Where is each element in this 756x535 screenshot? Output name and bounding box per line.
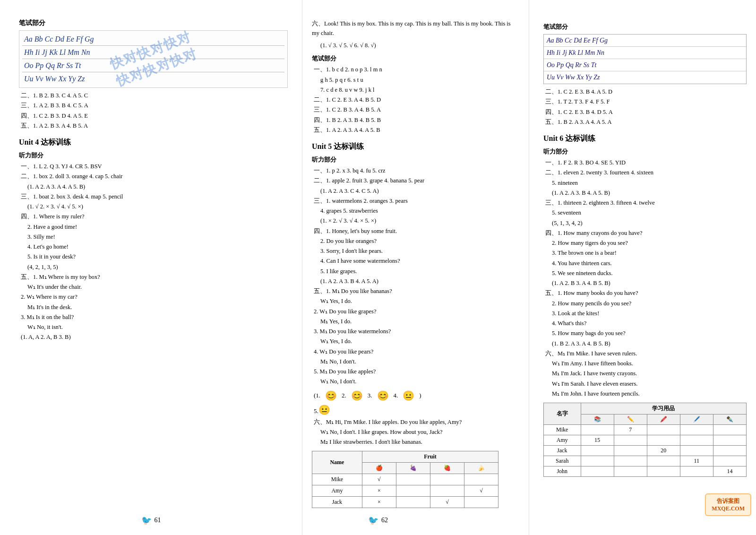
bishi2-si: 四、1. C 2. E 3. B 4. D 5. A bbox=[545, 107, 747, 117]
bishi-san: 三、1. C 2. B 3. A 4. B 5. A bbox=[314, 105, 519, 115]
page-number-left: 61 bbox=[155, 517, 161, 524]
fruit-row-mike: Mike √ bbox=[312, 474, 498, 485]
unit4-si4: 4. Let's go home! bbox=[27, 242, 288, 252]
unit5-yi: 一、1. p 2. x 3. bq 4. fu 5. crz bbox=[314, 166, 519, 176]
bishi-yi3: 7. c d e 8. u v w 9. j k l bbox=[320, 85, 519, 95]
page-number-mid: 62 bbox=[381, 517, 388, 524]
fruit-mike-name: Mike bbox=[312, 474, 362, 485]
answer-san-1: 三、1. A 2. B 3. B 4. C 5. A bbox=[21, 101, 288, 111]
fruit-jack-banana bbox=[464, 497, 498, 508]
fruit-row-amy: Amy × √ bbox=[312, 485, 498, 497]
study-sarah-pencil bbox=[614, 456, 647, 466]
bishi-yi2: g h 5. p q r 6. s t u bbox=[320, 75, 519, 85]
unit4-san: 三、1. boat 2. box 3. desk 4. map 5. penci… bbox=[21, 192, 288, 202]
page-container: 笔试部分 快对快对快对快对快对快对 Aa Bb Cc Dd Ee Ff Gg H… bbox=[0, 0, 756, 535]
fruit-mike-straw bbox=[430, 474, 464, 485]
hw2-line2: Hh Ii Jj Kk Ll Mm Nn bbox=[544, 47, 746, 59]
smiley-1: 😊 bbox=[325, 390, 337, 401]
unit6-title: Unit 6 达标训练 bbox=[543, 134, 747, 144]
unit4-wu1: 五、1. M₁ Where is my toy box? bbox=[21, 272, 288, 282]
unit4-title: Unit 4 达标训练 bbox=[19, 138, 288, 147]
study-col-eraser: 🖊️ bbox=[680, 414, 713, 425]
answer-er-1: 二、1. B 2. B 3. C 4. A 5. C bbox=[21, 91, 288, 101]
smiley-bracket: (1. bbox=[314, 392, 320, 399]
smiley-2: 😊 bbox=[351, 390, 363, 401]
unit6-liu2w: W₁ I'm Sarah. I have eleven erasers. bbox=[552, 379, 747, 389]
smiley5: 5.😐 bbox=[314, 404, 519, 415]
study-header-name: 名字 bbox=[544, 403, 581, 425]
unit6-si5: 5. We see nineteen ducks. bbox=[552, 268, 747, 278]
study-row-mike: Mike 7 bbox=[544, 425, 747, 435]
unit6-wu1: 五、1. How many books do you have? bbox=[545, 288, 747, 298]
unit5-er: 二、1. apple 2. fruit 3. grape 4. banana 5… bbox=[314, 176, 519, 186]
study-row-amy: Amy 15 bbox=[544, 435, 747, 446]
bishi2-title: 笔试部分 bbox=[543, 23, 747, 31]
bishi-yi: 一、1. b c d 2. n o p 3. l m n bbox=[314, 65, 519, 75]
middle-page: 六、Look! This is my box. This is my cap. … bbox=[302, 0, 529, 535]
fruit-col-banana: 🍌 bbox=[464, 463, 498, 474]
smiley-4: 😐 bbox=[403, 390, 414, 401]
unit6-san-bracket: (5, 1, 3, 4, 2) bbox=[552, 218, 747, 228]
fruit-amy-grape bbox=[396, 485, 430, 497]
study-col-pen: ✒️ bbox=[713, 414, 746, 425]
unit6-liu2m: M₁ I'm Jack. I have twenty crayons. bbox=[552, 369, 747, 379]
hw-area-2: Aa Bb Cc Dd Ee Ff Gg Hh Ii Jj Kk Ll Mm N… bbox=[543, 34, 747, 84]
section6-title: 六、Look! This is my box. This is my cap. … bbox=[312, 19, 519, 38]
unit4-si5: 5. Is it in your desk? bbox=[27, 252, 288, 262]
unit6-wu2: 2. How many pencils do you see? bbox=[552, 299, 747, 309]
unit5-tingli: 听力部分 bbox=[312, 155, 519, 164]
unit5-wu1w: W₁ Yes, I do. bbox=[320, 296, 519, 306]
bird-icon-left: 🐦 bbox=[141, 515, 152, 526]
unit5-wu2m: M₁ Yes, I do. bbox=[320, 317, 519, 327]
study-john-name: John bbox=[544, 466, 581, 477]
cont-w1yes: W₁ Yes, I do. bbox=[320, 337, 519, 346]
bishi-wu: 五、1. A 2. A 3. A 4. A 5. B bbox=[314, 125, 519, 135]
study-mike-pen bbox=[713, 425, 746, 435]
fruit-col-grape: 🍇 bbox=[396, 463, 430, 474]
study-jack-pencil bbox=[614, 446, 647, 456]
unit6-liu3m: M₁ I'm John. I have fourteen pencils. bbox=[552, 389, 747, 399]
fruit-amy-name: Amy bbox=[312, 485, 362, 497]
unit4-wu3: 3. M₁ Is it on the ball? bbox=[21, 312, 288, 322]
unit5-wu3: 3. M₁ Do you like watermelons? bbox=[314, 327, 519, 337]
smiley-sep3: 4. bbox=[394, 392, 398, 399]
unit6-er-bracket: (1. A 2. A 3. B 4. A 5. B) bbox=[552, 188, 747, 198]
study-sarah-pen bbox=[713, 456, 746, 466]
unit6-si2: 2. How many tigers do you see? bbox=[552, 238, 747, 248]
study-mike-name: Mike bbox=[544, 425, 581, 435]
bishi2-san: 三、1. T 2. T 3. F 4. F 5. F bbox=[545, 97, 747, 107]
fruit-row-jack: Jack × √ bbox=[312, 497, 498, 508]
fruit-jack-name: Jack bbox=[312, 497, 362, 508]
fruit-amy-apple: × bbox=[362, 485, 396, 497]
unit5-wu1: 五、1. M₁ Do you like bananas? bbox=[314, 286, 519, 296]
smiley-3: 😊 bbox=[377, 390, 389, 401]
unit5-si4: 4. Can I have some watermelons? bbox=[320, 256, 519, 266]
cont-q5: 5. M₁ Do you like apples? bbox=[314, 367, 519, 377]
unit5-liu: 六、M₁ Hi, I'm Mike. I like apples. Do you… bbox=[314, 417, 519, 427]
smiley-sep1: 2. bbox=[342, 392, 346, 399]
unit6-san: 三、1. thirteen 2. eighteen 3. fifteen 4. … bbox=[545, 198, 747, 208]
fruit-jack-grape bbox=[396, 497, 430, 508]
unit4-wu2m: M₁ It's in the desk. bbox=[27, 302, 288, 312]
unit4-wu-bracket: (1. A, A 2. A, B 3. B) bbox=[21, 332, 288, 342]
unit5-si2: 2. Do you like oranges? bbox=[320, 236, 519, 246]
cont-a4: M₁ No, I don't. bbox=[320, 357, 519, 367]
cont-q4: 4. W₁ Do you like pears? bbox=[314, 347, 519, 357]
study-amy-pencil bbox=[614, 435, 647, 446]
study-jack-crayon: 20 bbox=[647, 446, 680, 456]
unit6-wu5: 5. How many bags do you see? bbox=[552, 328, 747, 338]
fruit-jack-straw: √ bbox=[430, 497, 464, 508]
fruit-table: Name Fruit 🍎 🍇 🍓 🍌 Mike √ bbox=[312, 451, 498, 508]
study-header-items: 学习用品 bbox=[581, 403, 746, 414]
far-right-page: 笔试部分 Aa Bb Cc Dd Ee Ff Gg Hh Ii Jj Kk Ll… bbox=[529, 0, 756, 535]
study-col-pencil: ✏️ bbox=[614, 414, 647, 425]
study-sarah-book bbox=[581, 456, 614, 466]
unit6-yi: 一、1. F 2. R 3. BO 4. SE 5. YID bbox=[545, 158, 747, 168]
unit4-wu1w: W₁ It's under the chair. bbox=[27, 282, 288, 292]
study-sarah-crayon bbox=[647, 456, 680, 466]
unit6-er2: 5. nineteen bbox=[552, 178, 747, 188]
fruit-amy-banana: √ bbox=[464, 485, 498, 497]
unit5-si-bracket: (1. A 2. A 3. B 4. A 5. A) bbox=[320, 276, 519, 286]
fruit-amy-straw bbox=[430, 485, 464, 497]
fruit-table-header-fruit: Fruit bbox=[362, 451, 498, 463]
